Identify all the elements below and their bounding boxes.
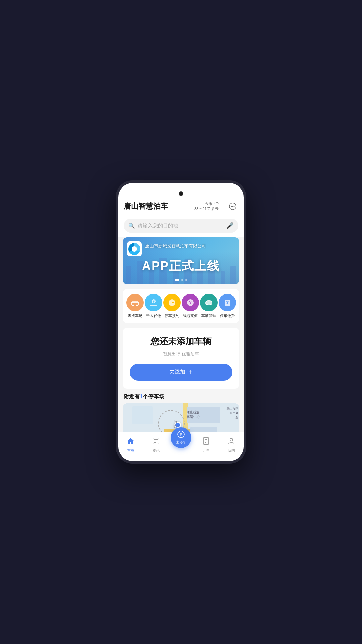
chat-icon [229, 202, 237, 210]
svg-point-1 [231, 206, 232, 207]
nav-mine-label: 我的 [228, 448, 235, 453]
home-icon [127, 437, 135, 447]
add-vehicle-button[interactable]: 去添加 + [130, 364, 232, 381]
search-placeholder: 请输入您的目的地 [138, 223, 224, 229]
nav-park-center[interactable]: P 去停车 [169, 427, 194, 449]
nav-orders-label: 订单 [202, 448, 210, 453]
nav-news-label: 资讯 [152, 448, 160, 453]
svg-point-29 [230, 438, 233, 441]
add-vehicle-plus: + [189, 368, 193, 376]
nearby-count: 1 [140, 394, 143, 399]
park-btn-label: 去停车 [176, 440, 186, 445]
find-parking-label: 查找车场 [128, 313, 142, 318]
vehicle-empty-sub: 智慧出行,优雅泊车 [163, 351, 199, 357]
weather-limit: 今限 4/9 [194, 201, 219, 206]
vehicle-empty-title: 您还未添加车辆 [150, 336, 212, 347]
mine-icon [227, 437, 235, 447]
search-icon: 🔍 [128, 223, 135, 229]
search-input-wrap[interactable]: 🔍 请输入您的目的地 🎤 [124, 219, 238, 233]
parking-pay-label: 停车缴费 [220, 313, 235, 318]
banner[interactable]: 唐山市新城投智慧泊车有限公司 APP正式上线 [123, 237, 239, 284]
nav-mine[interactable]: 我的 [219, 436, 244, 454]
phone-frame: 唐山智慧泊车 今限 4/9 33 ~ 21℃ 多云 [116, 180, 246, 464]
svg-point-14 [206, 304, 208, 305]
bottom-nav: 首页 资讯 P 去停车 [118, 432, 244, 461]
svg-point-7 [136, 305, 138, 306]
header: 唐山智慧泊车 今限 4/9 33 ~ 21℃ 多云 [118, 198, 244, 216]
nearby-suffix: 个停车场 [143, 394, 164, 399]
nav-home-label: 首页 [127, 448, 134, 453]
action-parking-pay[interactable]: ¥ 停车缴费 [219, 294, 236, 318]
svg-text:¥: ¥ [153, 300, 155, 303]
app-content: 唐山智慧泊车 今限 4/9 33 ~ 21℃ 多云 [118, 198, 244, 432]
reserve-icon [163, 294, 181, 311]
parking-pay-icon: ¥ [219, 294, 236, 311]
header-right: 今限 4/9 33 ~ 21℃ 多云 [194, 201, 238, 212]
quick-actions: 查找车场 ¥ 帮人代缴 [123, 289, 239, 323]
weather-temp: 33 ~ 21℃ 多云 [194, 206, 219, 211]
svg-rect-18 [226, 301, 229, 302]
banner-company: 唐山市新城投智慧泊车有限公司 [145, 243, 206, 249]
svg-point-6 [132, 305, 134, 306]
orders-icon [202, 437, 210, 447]
action-vehicle-mgmt[interactable]: 车辆管理 [200, 294, 218, 318]
vehicle-card: 您还未添加车辆 智慧出行,优雅泊车 去添加 + [123, 328, 239, 389]
logo-inner [132, 246, 137, 252]
park-btn-p-icon: P [177, 431, 185, 440]
dot-2 [181, 279, 183, 281]
pay-others-icon: ¥ [145, 294, 162, 311]
wallet-icon: ¥ [182, 294, 199, 311]
action-wallet[interactable]: ¥ 钱包充值 [182, 294, 199, 318]
svg-point-2 [232, 206, 233, 207]
nav-home[interactable]: 首页 [118, 436, 143, 454]
map-label-right: 唐山市动卫生监金 [226, 407, 238, 420]
wallet-label: 钱包充值 [183, 313, 198, 318]
action-pay-others[interactable]: ¥ 帮人代缴 [145, 294, 162, 318]
chat-button[interactable] [227, 201, 238, 212]
vehicle-mgmt-icon [200, 294, 218, 311]
svg-text:P: P [180, 432, 183, 437]
divider [223, 201, 223, 211]
map-block-2 [190, 427, 217, 432]
svg-rect-5 [132, 303, 138, 305]
action-reserve[interactable]: 停车预约 [163, 294, 181, 318]
find-parking-icon [126, 294, 144, 311]
logo-circle [128, 243, 140, 255]
actions-row: 查找车场 ¥ 帮人代缴 [126, 294, 236, 318]
banner-dots [123, 279, 239, 281]
map-label-hub: 唐山综合客运中心 [187, 410, 200, 419]
weather-info: 今限 4/9 33 ~ 21℃ 多云 [194, 201, 219, 212]
svg-text:¥: ¥ [189, 301, 191, 305]
banner-logo [127, 241, 142, 256]
dot-1 [175, 279, 179, 281]
park-button[interactable]: P 去停车 [171, 427, 191, 448]
reserve-label: 停车预约 [165, 313, 179, 318]
voice-icon[interactable]: 🎤 [226, 222, 234, 229]
svg-point-3 [234, 206, 235, 207]
pay-others-label: 帮人代缴 [146, 313, 161, 318]
front-camera [179, 191, 183, 196]
app-title: 唐山智慧泊车 [124, 201, 168, 211]
add-vehicle-label: 去添加 [169, 369, 185, 376]
nearby-header: 附近有1个停车场 [118, 393, 244, 403]
vehicle-mgmt-label: 车辆管理 [201, 313, 216, 318]
dot-3 [185, 279, 187, 281]
svg-point-15 [210, 304, 211, 305]
banner-main-title: APP正式上线 [123, 258, 239, 274]
action-find-parking[interactable]: 查找车场 [126, 294, 144, 318]
nearby-prefix: 附近有 [124, 394, 140, 399]
news-icon [152, 437, 160, 447]
status-bar [118, 183, 244, 198]
nav-orders[interactable]: 订单 [193, 436, 219, 454]
search-bar: 🔍 请输入您的目的地 🎤 [118, 216, 244, 237]
map-block-3 [132, 406, 153, 424]
nav-news[interactable]: 资讯 [143, 436, 169, 454]
